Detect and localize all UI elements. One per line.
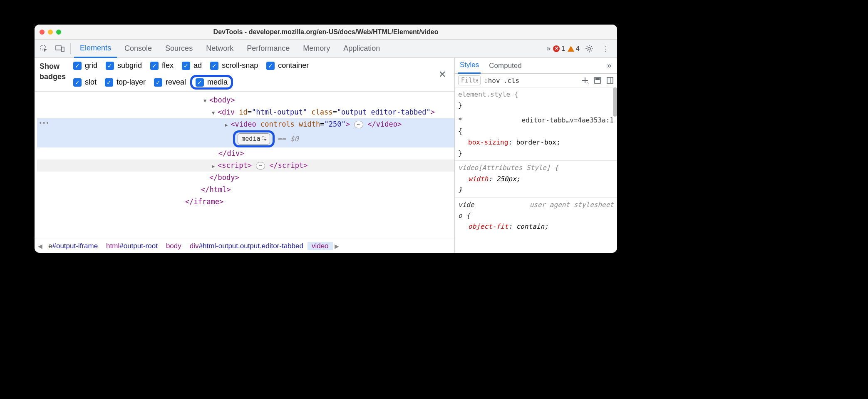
tab-sources[interactable]: Sources [159,40,198,58]
elements-panel: Show badges ✓grid ✓subgrid ✓flex ✓ad ✓sc… [35,58,455,253]
dom-html-close[interactable]: </html> [201,185,231,194]
tab-application[interactable]: Application [337,40,386,58]
ellipsis-icon[interactable]: ⋯ [256,162,265,170]
tab-styles[interactable]: Styles [458,58,481,74]
toggle-sidebar-icon[interactable] [606,77,614,84]
svg-rect-2 [62,47,64,52]
close-window-button[interactable] [40,30,45,35]
computed-sidebar-icon[interactable] [594,77,601,84]
tab-elements[interactable]: Elements [74,40,117,58]
badge-checkbox-container[interactable]: ✓container [266,61,309,70]
traffic-lights [40,30,61,35]
warning-icon [568,46,574,52]
video-attributes-selector[interactable]: video[Attributes Style] { [458,164,558,172]
dom-script-element[interactable]: <script> [218,161,252,170]
tab-performance[interactable]: Performance [241,40,295,58]
css-prop-box-sizing[interactable]: box-sizing [468,138,508,146]
breadcrumb-scroll-right-icon[interactable]: ▶ [333,243,341,249]
inspect-icon [262,136,267,142]
styles-filter-row: :hov .cls [455,74,617,87]
maximize-window-button[interactable] [56,30,61,35]
titlebar: DevTools - developer.mozilla.org/en-US/d… [35,25,617,40]
gutter-menu-icon[interactable]: ••• [37,118,51,128]
tab-console[interactable]: Console [119,40,158,58]
badge-checkbox-slot[interactable]: ✓slot [73,78,97,87]
badge-settings-label: Show badges [40,61,66,82]
dom-div-close[interactable]: </div> [218,149,244,157]
warning-count[interactable]: 4 [568,45,580,52]
device-toolbar-icon[interactable] [53,42,67,56]
ellipsis-icon[interactable]: ⋯ [354,121,363,128]
media-badge-highlight: media [233,130,275,148]
dom-tree[interactable]: ▼<body> ▼<div id="html-output" class="ou… [35,92,454,239]
error-count[interactable]: ✕ 1 [553,45,565,52]
stylesheet-link[interactable]: editor-tabb…v=4ae353a:1 [521,115,614,126]
css-prop-width[interactable]: width [468,175,488,183]
hov-toggle[interactable]: :hov [484,77,500,85]
close-badge-bar-icon[interactable]: ✕ [435,69,449,80]
breadcrumb-item[interactable]: e#output-iframe [44,242,102,250]
breadcrumb-item[interactable]: div#html-output.output.editor-tabbed [186,242,308,250]
badge-checkbox-top-layer[interactable]: ✓top-layer [105,78,146,87]
tab-network[interactable]: Network [200,40,239,58]
window-title: DevTools - developer.mozilla.org/en-US/d… [35,28,617,36]
styles-filter-input[interactable] [458,75,481,85]
badge-checkbox-ad[interactable]: ✓ad [182,61,202,70]
ua-stylesheet-label: user agent stylesheet [479,200,614,222]
styles-tabbar: Styles Computed » [455,58,617,74]
breadcrumb-item[interactable]: body [162,242,186,250]
minimize-window-button[interactable] [48,30,53,35]
svg-rect-7 [607,77,613,83]
css-prop-object-fit[interactable]: object-fit [468,222,508,230]
new-style-rule-icon[interactable] [581,77,589,84]
inspect-element-icon[interactable] [37,42,51,56]
badge-checkbox-grid[interactable]: ✓grid [73,61,97,70]
badge-checkbox-flex[interactable]: ✓flex [150,61,174,70]
breadcrumb-scroll-left-icon[interactable]: ◀ [36,243,44,249]
settings-icon[interactable] [582,42,596,56]
dom-video-element[interactable]: <video [231,120,260,128]
error-icon: ✕ [553,45,560,52]
badge-checkbox-media[interactable]: ✓media [196,78,228,87]
svg-rect-6 [595,78,600,80]
dom-iframe-close[interactable]: </iframe> [185,197,223,206]
more-styles-tabs-icon[interactable]: » [607,61,614,70]
dom-body-close[interactable]: </body> [209,173,239,182]
badge-settings-bar: Show badges ✓grid ✓subgrid ✓flex ✓ad ✓sc… [35,58,454,92]
element-style-selector[interactable]: element.style { [458,90,518,98]
dom-body-open[interactable]: <body> [209,96,235,104]
breadcrumb-item-active[interactable]: video [308,242,333,250]
svg-point-3 [588,47,590,50]
badge-checkbox-subgrid[interactable]: ✓subgrid [106,61,142,70]
star-selector[interactable]: * [458,115,462,126]
badge-checkbox-scroll-snap[interactable]: ✓scroll-snap [210,61,258,70]
scrollbar-thumb[interactable] [613,87,617,117]
dom-div-open[interactable]: <div [218,108,239,116]
cls-toggle[interactable]: .cls [503,77,520,85]
styles-rules[interactable]: element.style { } * editor-tabb…v=4ae353… [455,87,617,253]
more-tabs-icon[interactable]: » [546,44,551,53]
main-tabbar: Elements Console Sources Network Perform… [35,40,617,58]
tab-memory[interactable]: Memory [297,40,336,58]
kebab-menu-icon[interactable]: ⋮ [599,42,613,56]
badge-checkbox-reveal[interactable]: ✓reveal [154,78,186,87]
styles-panel: Styles Computed » :hov .cls element.styl… [455,58,617,253]
devtools-window: DevTools - developer.mozilla.org/en-US/d… [35,25,617,253]
badge-highlight-media: ✓media [190,75,233,90]
breadcrumb-bar: ◀ e#output-iframe html#output-root body … [35,239,454,253]
breadcrumb-item[interactable]: html#output-root [102,242,162,250]
video-selector[interactable]: video { [458,200,479,222]
console-ref-indicator: == $0 [277,133,298,145]
media-badge[interactable]: media [238,133,270,145]
svg-rect-1 [56,46,61,50]
tab-computed[interactable]: Computed [487,58,523,74]
